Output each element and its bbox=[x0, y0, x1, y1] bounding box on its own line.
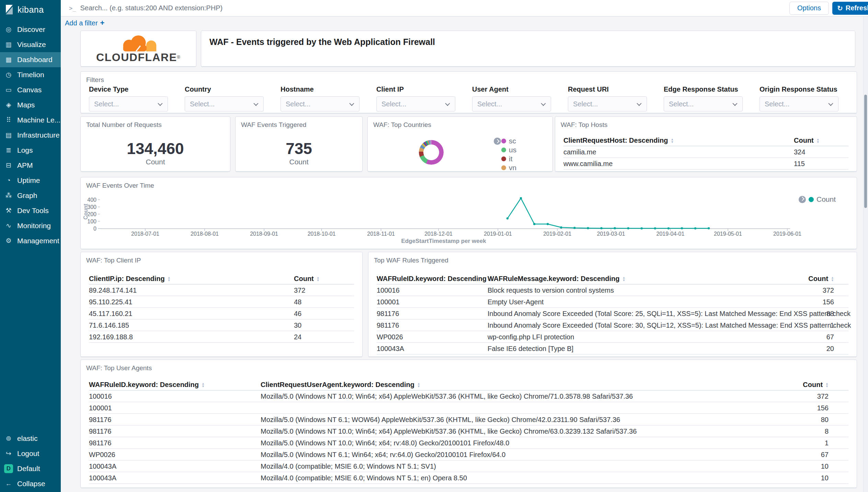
sidebar-item-space-default[interactable]: D Default bbox=[0, 461, 61, 476]
user-agent-cell[interactable]: Mozilla/5.0 (Windows NT 10.0; Win64; x64… bbox=[261, 393, 633, 400]
table-row[interactable]: 981176 Mozilla/5.0 (Windows NT 10.0; Win… bbox=[89, 425, 848, 437]
column-header[interactable]: Count bbox=[794, 137, 820, 144]
filter-select[interactable]: Select... bbox=[472, 96, 551, 112]
filter-select[interactable]: Select... bbox=[568, 96, 647, 112]
client-ip-cell[interactable]: 45.117.160.21 bbox=[89, 310, 132, 318]
column-header[interactable]: WAFRuleID.keyword: Descending bbox=[89, 381, 205, 389]
legend-item[interactable]: sc bbox=[501, 137, 516, 145]
table-row[interactable]: 100043A False IE6 detection [Type B] 20 bbox=[377, 343, 848, 354]
table-row[interactable]: WP0026 Mozilla/5.0 (Windows NT 6.1; Win6… bbox=[89, 449, 848, 460]
legend-expand-icon[interactable] bbox=[799, 196, 806, 203]
sort-icon[interactable] bbox=[831, 276, 834, 282]
sort-icon[interactable] bbox=[317, 276, 320, 282]
rule-message-cell[interactable]: Block requests to version control system… bbox=[488, 286, 614, 294]
filter-select[interactable]: Select... bbox=[664, 96, 743, 112]
column-header[interactable]: Count bbox=[294, 275, 320, 283]
sidebar-item-collapse[interactable]: ← Collapse bbox=[0, 476, 61, 491]
search-input[interactable] bbox=[80, 4, 789, 12]
sidebar-item-machine-learning[interactable]: ⠿ Machine Le... bbox=[0, 113, 61, 128]
rule-id-cell[interactable]: 981176 bbox=[89, 416, 111, 424]
legend-item[interactable]: us bbox=[501, 145, 516, 154]
user-agent-cell[interactable]: Mozilla/5.0 (Windows NT 10.0; Win64; x64… bbox=[261, 427, 637, 435]
user-agent-cell[interactable]: Mozilla/4.0 (compatible; MSIE 6.0; Windo… bbox=[261, 462, 436, 470]
rule-id-cell[interactable]: 981176 bbox=[89, 439, 111, 447]
rule-id-cell[interactable]: 100016 bbox=[377, 286, 400, 294]
table-row[interactable]: WP0026 wp-config.php LFI protection 67 bbox=[377, 331, 848, 343]
filter-select[interactable]: Select... bbox=[760, 96, 838, 112]
sidebar-item-dashboard[interactable]: ▦ Dashboard bbox=[0, 52, 61, 67]
table-row[interactable]: 71.6.146.185 30 bbox=[89, 319, 354, 331]
table-row[interactable]: 45.117.160.21 46 bbox=[89, 308, 354, 319]
sort-icon[interactable] bbox=[168, 276, 171, 282]
column-header[interactable]: Count bbox=[803, 381, 829, 389]
column-header[interactable]: WAFRuleMessage.keyword: Descending bbox=[488, 275, 625, 283]
sidebar-item-management[interactable]: ⚙ Management bbox=[0, 233, 61, 248]
table-row[interactable]: 981176 Inbound Anomaly Score Exceeded (T… bbox=[377, 319, 848, 331]
add-filter-link[interactable]: Add a filter bbox=[65, 19, 104, 27]
rule-id-cell[interactable]: 100043A bbox=[89, 474, 116, 482]
filter-select[interactable]: Select... bbox=[376, 96, 455, 112]
table-row[interactable]: 981176 Inbound Anomaly Score Exceeded (T… bbox=[377, 308, 848, 319]
sidebar-item-logs[interactable]: ≣ Logs bbox=[0, 143, 61, 158]
user-agent-cell[interactable]: Mozilla/4.0 (compatible; MSIE 6.0; Windo… bbox=[261, 474, 467, 482]
rule-id-cell[interactable]: 100001 bbox=[377, 298, 400, 306]
sidebar-item-canvas[interactable]: ▭ Canvas bbox=[0, 82, 61, 97]
filter-select[interactable]: Select... bbox=[281, 96, 359, 112]
sidebar-item-graph[interactable]: ⁂ Graph bbox=[0, 188, 61, 203]
sidebar-item-monitoring[interactable]: ∿ Monitoring bbox=[0, 218, 61, 233]
sidebar-item-logout[interactable]: ↪ Logout bbox=[0, 446, 61, 461]
table-row[interactable]: 192.169.188.8 24 bbox=[89, 331, 354, 343]
table-row[interactable]: 95.110.225.41 48 bbox=[89, 296, 354, 308]
sidebar-item-dev-tools[interactable]: ⚒ Dev Tools bbox=[0, 203, 61, 218]
client-ip-cell[interactable]: 95.110.225.41 bbox=[89, 298, 132, 306]
legend-item[interactable]: it bbox=[501, 154, 516, 163]
host-cell[interactable]: www.camilia.me bbox=[563, 160, 613, 168]
sidebar-item-uptime[interactable]: ◔ Uptime bbox=[0, 173, 61, 188]
rule-message-cell[interactable]: wp-config.php LFI protection bbox=[488, 333, 574, 341]
column-header[interactable]: ClientRequestUserAgent.keyword: Descendi… bbox=[261, 381, 420, 389]
table-row[interactable]: 981176 Mozilla/5.0 (Windows NT 6.1; WOW6… bbox=[89, 414, 848, 425]
rule-id-cell[interactable]: 100043A bbox=[377, 345, 404, 353]
refresh-button[interactable]: Refresh bbox=[832, 2, 868, 15]
sidebar-item-maps[interactable]: ◈ Maps bbox=[0, 97, 61, 113]
sort-icon[interactable] bbox=[825, 382, 829, 388]
sidebar-item-timelion[interactable]: ◷ Timelion bbox=[0, 67, 61, 82]
table-row[interactable]: 100043A Mozilla/4.0 (compatible; MSIE 6.… bbox=[89, 472, 848, 484]
column-header[interactable]: ClientRequestHost: Descending bbox=[563, 137, 674, 144]
options-button[interactable]: Options bbox=[789, 2, 829, 15]
rule-id-cell[interactable]: 100016 bbox=[89, 393, 112, 400]
rule-id-cell[interactable]: 981176 bbox=[377, 310, 399, 318]
column-header[interactable]: WAFRuleID.keyword: Descending bbox=[377, 275, 492, 283]
rule-message-cell[interactable]: Inbound Anomaly Score Exceeded (Total Sc… bbox=[488, 310, 850, 318]
rule-id-cell[interactable]: WP0026 bbox=[89, 451, 115, 459]
table-row[interactable]: 100016 Block requests to version control… bbox=[377, 284, 848, 296]
legend-label[interactable]: Count bbox=[816, 195, 836, 203]
table-row[interactable]: 100001 Empty User-Agent 156 bbox=[377, 296, 848, 308]
sidebar-item-apm[interactable]: ⊟ APM bbox=[0, 158, 61, 173]
table-row[interactable]: www.camilia.me 115 bbox=[563, 158, 848, 169]
sort-icon[interactable] bbox=[671, 138, 674, 143]
sidebar-item-discover[interactable]: ◎ Discover bbox=[0, 22, 61, 37]
rule-message-cell[interactable]: False IE6 detection [Type B] bbox=[488, 345, 573, 353]
client-ip-cell[interactable]: 89.248.174.141 bbox=[89, 286, 137, 294]
rule-id-cell[interactable]: WP0026 bbox=[377, 333, 403, 341]
client-ip-cell[interactable]: 71.6.146.185 bbox=[89, 321, 129, 329]
table-row[interactable]: camilia.me 324 bbox=[563, 146, 848, 158]
table-row[interactable]: 981176 Mozilla/5.0 (Windows NT 10.0; Win… bbox=[89, 437, 848, 449]
column-header[interactable]: Count bbox=[808, 275, 834, 283]
table-row[interactable]: 100043A Mozilla/4.0 (compatible; MSIE 6.… bbox=[89, 460, 848, 472]
user-agent-cell[interactable]: Mozilla/5.0 (Windows NT 10.0; Win64; x64… bbox=[261, 439, 509, 447]
legend-item[interactable]: vn bbox=[501, 163, 516, 172]
filter-select[interactable]: Select... bbox=[89, 96, 168, 112]
user-agent-cell[interactable]: Mozilla/5.0 (Windows NT 6.1; WOW64) Appl… bbox=[261, 416, 620, 424]
legend-expand-icon[interactable] bbox=[494, 138, 501, 145]
client-ip-cell[interactable]: 192.169.188.8 bbox=[89, 333, 133, 341]
host-cell[interactable]: camilia.me bbox=[563, 148, 596, 156]
sidebar-item-user-elastic[interactable]: ⊚ elastic bbox=[0, 431, 61, 446]
user-agent-cell[interactable]: Mozilla/5.0 (Windows NT 6.1; Win64; x64;… bbox=[261, 451, 505, 459]
rule-id-cell[interactable]: 981176 bbox=[377, 321, 399, 329]
rule-id-cell[interactable]: 100001 bbox=[89, 404, 112, 412]
rule-message-cell[interactable]: Inbound Anomaly Score Exceeded (Total Sc… bbox=[488, 321, 851, 329]
scrollbar-thumb[interactable] bbox=[864, 95, 867, 208]
table-row[interactable]: 100001 156 bbox=[89, 402, 848, 414]
